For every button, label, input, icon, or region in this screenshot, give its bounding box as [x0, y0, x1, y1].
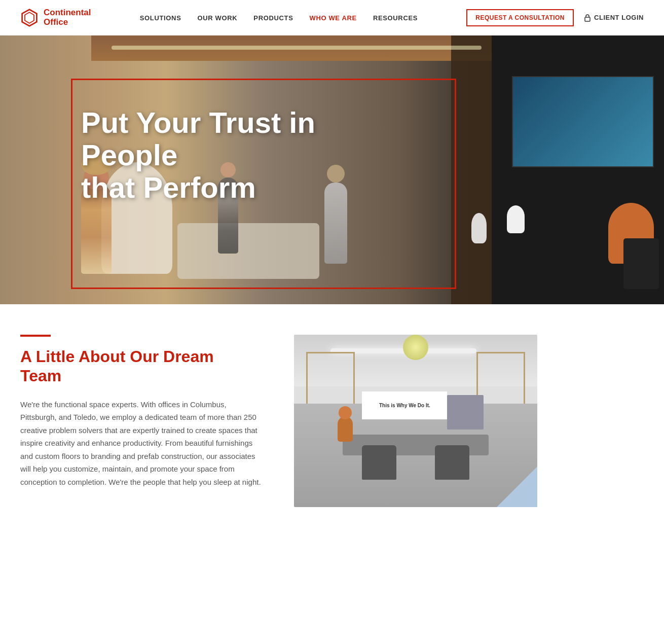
- hero-section: Put Your Trust in People that Perform: [0, 35, 664, 304]
- nav-links: SOLUTIONS OUR WORK PRODUCTS WHO WE ARE R…: [140, 13, 418, 22]
- person-legs: [623, 238, 659, 289]
- logo[interactable]: Continental Office: [20, 8, 91, 27]
- office-image: This is Why We Do It.: [294, 335, 537, 507]
- nav-who-we-are[interactable]: WHO WE ARE: [309, 14, 356, 22]
- monitor-bg: [447, 395, 484, 430]
- request-consultation-button[interactable]: REQUEST A CONSULTATION: [466, 9, 574, 26]
- client-login-button[interactable]: CLIENT LOGIN: [584, 14, 644, 22]
- vase-decor: [507, 205, 525, 233]
- blue-accent-triangle: [497, 467, 537, 507]
- content-left: A Little About Our Dream Team We're the …: [20, 335, 264, 507]
- wall-sign: This is Why We Do It.: [362, 391, 447, 419]
- nav-solutions[interactable]: SOLUTIONS: [140, 14, 181, 22]
- nav-products[interactable]: PRODUCTS: [253, 14, 293, 22]
- content-section: A Little About Our Dream Team We're the …: [0, 304, 664, 538]
- pendant-lamp: [403, 335, 428, 360]
- logo-icon: [20, 9, 39, 27]
- logo-text: Continental Office: [44, 8, 91, 27]
- content-right: This is Why We Do It.: [294, 335, 537, 507]
- ceiling-light: [112, 46, 482, 50]
- svg-marker-1: [25, 12, 34, 23]
- hero-headline: Put Your Trust in People that Perform: [81, 106, 411, 203]
- svg-rect-2: [585, 17, 590, 21]
- navbar: Continental Office SOLUTIONS OUR WORK PR…: [0, 0, 664, 35]
- office-chair-1: [362, 445, 396, 480]
- nav-our-work[interactable]: OUR WORK: [197, 14, 237, 22]
- right-dark-panel: [492, 35, 664, 304]
- screen-display: [512, 76, 654, 167]
- vase-near-divider: [471, 213, 487, 243]
- office-chair-2: [435, 445, 469, 480]
- nav-resources[interactable]: RESOURCES: [373, 14, 418, 22]
- person-sitting: [338, 416, 353, 442]
- red-divider: [20, 335, 51, 337]
- nav-right: REQUEST A CONSULTATION CLIENT LOGIN: [466, 9, 644, 26]
- section-body: We're the functional space experts. With…: [20, 398, 264, 489]
- dark-divider: [451, 35, 492, 304]
- section-title: A Little About Our Dream Team: [20, 347, 264, 386]
- lock-icon: [584, 14, 591, 22]
